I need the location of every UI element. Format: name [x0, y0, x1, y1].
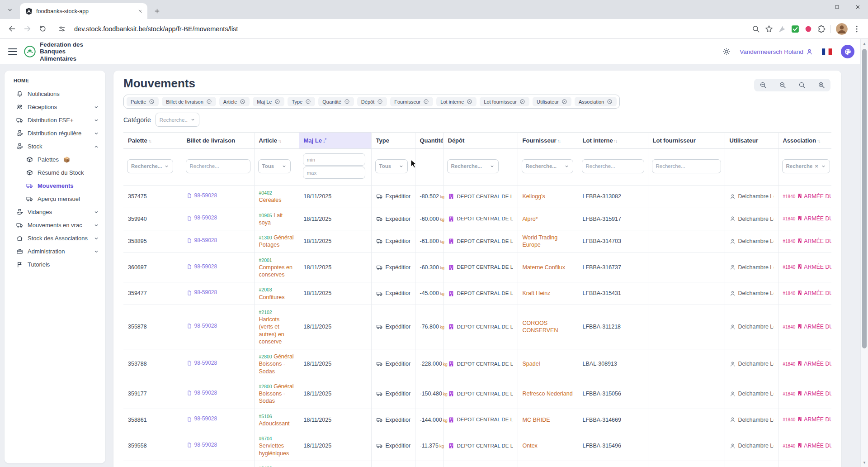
table-row[interactable]: 35747698-59029#0402 Céréales18/11/2025Ex…	[123, 461, 831, 467]
sidebar-item-notifications[interactable]: Notifications	[5, 87, 105, 100]
billet-link[interactable]: 98-59028	[187, 390, 217, 397]
address-bar[interactable]: dev.stock.foodbanksit.be/stock/app/fr-BE…	[74, 25, 749, 33]
column-header-type[interactable]: Type	[371, 133, 415, 149]
sidebar-item-mouvements[interactable]: Mouvements	[5, 179, 105, 192]
sidebar-item-administration[interactable]: Administration	[5, 245, 105, 258]
menu-toggle-button[interactable]	[8, 48, 17, 55]
circle-x-icon[interactable]	[240, 99, 245, 105]
circle-x-icon[interactable]	[206, 99, 212, 105]
column-header-palette[interactable]: Palette↑↓	[123, 133, 182, 149]
filter-select-palette[interactable]: Recherche...	[127, 159, 173, 173]
filter-chip-depot[interactable]: Dépôt	[357, 97, 387, 106]
zoom-in-button[interactable]	[818, 81, 825, 89]
sidebar-item-distribution-fse[interactable]: Distribution FSE+	[5, 114, 105, 127]
bookmark-star-icon[interactable]	[765, 25, 773, 33]
scrollbar-up-arrow[interactable]: ▲	[861, 40, 868, 47]
column-header-depot[interactable]: Dépôt	[443, 133, 518, 149]
table-row[interactable]: 35587898-59028#2102 Haricots (verts et a…	[123, 305, 831, 349]
filter-chip-billet-de-livraison[interactable]: Billet de livraison	[162, 97, 216, 106]
billet-link[interactable]: 98-59028	[187, 263, 217, 271]
filter-input-lot-fournisseur[interactable]	[652, 159, 721, 173]
circle-x-icon[interactable]	[305, 99, 311, 105]
sidebar-item-stock-des-associations[interactable]: Stock des Associations	[5, 232, 105, 245]
circle-x-icon[interactable]	[607, 99, 613, 105]
sidebar-item-mouvements-en-vrac[interactable]: Mouvements en vrac	[5, 219, 105, 232]
window-minimize-button[interactable]	[806, 0, 826, 14]
filter-select-depot[interactable]: Recherche...	[447, 159, 499, 173]
filter-chip-utilisateur[interactable]: Utilisateur	[533, 97, 571, 106]
filter-min-input[interactable]	[303, 153, 365, 166]
column-header-billet-de-livraison[interactable]: Billet de livraison	[182, 133, 254, 149]
filter-chip-palette[interactable]: Palette	[127, 97, 159, 106]
filter-select-fournisseur[interactable]: Recherche...	[522, 159, 573, 173]
scrollbar-down-arrow[interactable]: ▼	[861, 459, 868, 466]
filter-select-association[interactable]: Recherche...✕	[782, 159, 830, 173]
column-header-maj-le[interactable]: Maj Le↓F	[299, 133, 371, 149]
user-menu[interactable]: Vandermeersch Roland	[740, 48, 813, 55]
filter-chip-article[interactable]: Article	[219, 97, 250, 106]
zoom-out-button[interactable]	[779, 81, 786, 89]
zoom-search-button[interactable]	[798, 81, 806, 89]
tab-close-button[interactable]	[136, 7, 144, 15]
circle-x-icon[interactable]	[467, 99, 472, 105]
extension-check-icon[interactable]	[791, 25, 799, 33]
sidebar-item-tutoriels[interactable]: Tutoriels	[5, 258, 105, 271]
extensions-puzzle-icon[interactable]	[817, 25, 826, 33]
table-row[interactable]: 35747598-59028#0402 Céréales18/11/2025Ex…	[123, 186, 831, 208]
find-in-page-icon[interactable]	[752, 25, 760, 33]
filter-chip-lot-fournisseur[interactable]: Lot fournisseur	[480, 97, 529, 106]
column-header-lot-interne[interactable]: Lot interne↑↓	[578, 133, 648, 149]
billet-link[interactable]: 98-59028	[187, 323, 217, 330]
zoom-out-full-button[interactable]	[760, 81, 767, 89]
column-header-lot-fournisseur[interactable]: Lot fournisseur	[648, 133, 725, 149]
browser-tab[interactable]: foodbanks-stock-app	[20, 3, 147, 19]
circle-x-icon[interactable]	[149, 99, 155, 105]
circle-x-icon[interactable]	[344, 99, 350, 105]
billet-link[interactable]: 98-59028	[187, 214, 217, 222]
browser-menu-icon[interactable]	[853, 25, 861, 33]
filter-chip-quantite[interactable]: Quantité	[318, 97, 354, 106]
billet-link[interactable]: 98-59028	[187, 442, 217, 449]
clear-filter-icon[interactable]: ✕	[815, 164, 818, 169]
circle-x-icon[interactable]	[519, 99, 525, 105]
sidebar-item-receptions[interactable]: Réceptions	[5, 100, 105, 114]
window-maximize-button[interactable]	[826, 0, 847, 14]
billet-link[interactable]: 98-59028	[187, 192, 217, 200]
filter-chip-type[interactable]: Type	[288, 97, 315, 106]
table-row[interactable]: 35994098-59028#0905 Lait soya18/11/2025E…	[123, 208, 831, 230]
filter-select-type[interactable]: Tous	[375, 159, 408, 173]
language-flag-icon[interactable]	[822, 48, 832, 55]
column-header-association[interactable]: Association↑↓	[778, 133, 831, 149]
table-row[interactable]: 35955898-59028#6704 Serviettes hygiéniqu…	[123, 431, 831, 461]
sidebar-item-apercu-mensuel[interactable]: Aperçu mensuel	[5, 192, 105, 205]
table-row[interactable]: 35886198-59028#5106 Adoucissant18/11/202…	[123, 409, 831, 431]
filter-chip-fournisseur[interactable]: Fournisseur	[390, 97, 433, 106]
tab-search-button[interactable]	[5, 5, 15, 15]
filter-chip-maj-le[interactable]: Maj Le	[253, 97, 284, 106]
filter-chip-association[interactable]: Association	[575, 97, 617, 106]
extension-record-icon[interactable]	[804, 25, 812, 33]
new-tab-button[interactable]	[151, 5, 163, 17]
circle-x-icon[interactable]	[423, 99, 429, 105]
column-header-quantite[interactable]: Quantité	[415, 133, 443, 149]
circle-x-icon[interactable]	[377, 99, 383, 105]
table-row[interactable]: 36069798-59028#2001 Compotes en conserve…	[123, 253, 831, 282]
window-close-button[interactable]	[847, 0, 868, 14]
theme-toggle-icon[interactable]	[722, 48, 731, 56]
circle-x-icon[interactable]	[274, 99, 280, 105]
billet-link[interactable]: 98-59028	[187, 289, 217, 296]
brand-button[interactable]	[841, 45, 854, 58]
filter-chip-lot-interne[interactable]: Lot interne	[436, 97, 476, 106]
sidebar-item-palettes[interactable]: Palettes📦	[5, 153, 105, 166]
billet-link[interactable]: 98-59028	[187, 237, 217, 244]
sidebar-item-resume-du-stock[interactable]: Résumé du Stock	[5, 166, 105, 179]
table-row[interactable]: 35917798-59028#2800 Général Boissons -So…	[123, 379, 831, 409]
table-row[interactable]: 35378898-59028#2800 Général Boissons -So…	[123, 349, 831, 379]
filter-max-input[interactable]	[303, 167, 365, 179]
billet-link[interactable]: 98-59028	[187, 360, 217, 367]
back-button[interactable]	[5, 23, 18, 35]
table-row[interactable]: 35889598-59028#1300 Général Potages18/11…	[123, 230, 831, 253]
scrollbar-thumb[interactable]	[862, 49, 867, 348]
filter-input-billet-de-livraison[interactable]	[186, 159, 250, 173]
site-info-button[interactable]	[55, 23, 69, 35]
